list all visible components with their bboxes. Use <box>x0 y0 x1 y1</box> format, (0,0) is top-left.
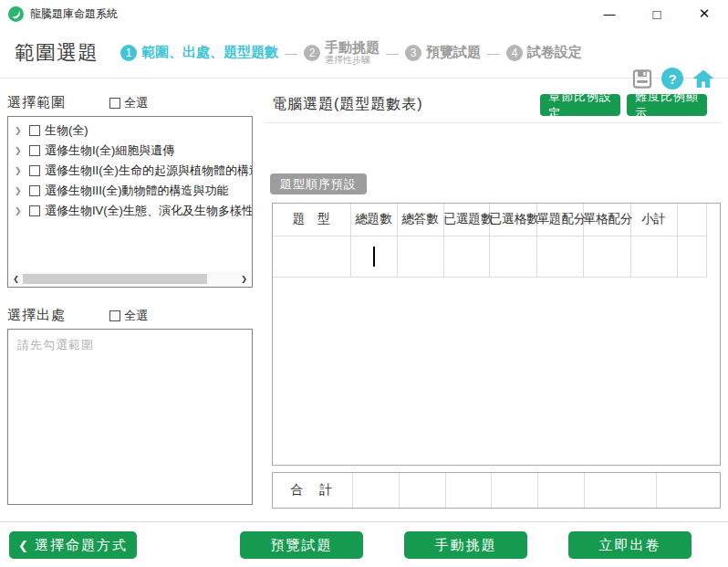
difficulty-ratio-button[interactable]: 難度比例顯示 <box>627 94 707 116</box>
step-4-label: 試卷設定 <box>527 44 582 61</box>
tree-item-label: 選修生物III(全)動物體的構造與功能 <box>45 183 229 199</box>
col-selected-questions: 已選題數 <box>443 204 489 236</box>
step-1-label: 範圍、出處、題型題數 <box>141 44 278 61</box>
total-value-cell <box>352 473 399 508</box>
save-icon[interactable] <box>631 68 653 89</box>
page-header: 範圍選題 1 範圍、出處、題型題數 — 2 手動挑題 選擇性步驟 — 3 預覽試… <box>0 27 728 79</box>
range-panel-header: 選擇範圍 全選 <box>7 94 253 111</box>
expand-chevron-icon[interactable]: ❯ <box>15 166 24 175</box>
preview-questions-button[interactable]: 預覽試題 <box>240 531 363 559</box>
range-panel-title: 選擇範圍 <box>7 94 66 111</box>
cell-points-per-question[interactable] <box>536 236 583 277</box>
step-2-manual-pick[interactable]: 2 手動挑題 選擇性步驟 <box>304 39 380 66</box>
tree-item-checkbox[interactable] <box>29 205 40 216</box>
col-points-per-blank: 單格配分 <box>583 204 630 236</box>
header-icons: ? <box>631 68 715 89</box>
tree-item-checkbox[interactable] <box>29 125 40 136</box>
cell-total-questions[interactable] <box>350 236 397 277</box>
title-bar: 龍騰題庫命題系統 — □ ✕ <box>0 0 728 27</box>
back-to-mode-button[interactable]: ❮ 選擇命題方式 <box>9 531 137 559</box>
step-1-badge: 1 <box>120 45 137 61</box>
horizontal-scrollbar[interactable]: ❮ ❯ <box>9 272 251 286</box>
source-select-all[interactable]: 全選 <box>109 308 148 324</box>
col-selected-blanks: 已選格數 <box>489 204 536 236</box>
tree-item-elective-4[interactable]: ❯ 選修生物IV(全)生態、演化及生物多樣性 <box>8 201 252 221</box>
help-icon[interactable]: ? <box>661 68 683 89</box>
source-select-all-label: 全選 <box>124 308 148 324</box>
generate-paper-button[interactable]: 立即出卷 <box>568 531 692 559</box>
step-3-preview[interactable]: 3 預覽試題 <box>405 44 481 61</box>
tree-item-elective-1[interactable]: ❯ 選修生物I(全)細胞與遺傳 <box>8 141 252 161</box>
source-select-all-checkbox[interactable] <box>109 310 120 321</box>
cell-total-answers[interactable] <box>397 236 443 277</box>
app-logo-icon <box>8 6 24 22</box>
total-row: 合 計 <box>273 473 720 508</box>
tree-item-checkbox[interactable] <box>29 165 40 176</box>
tree-item-label: 生物(全) <box>45 122 88 139</box>
cell-question-type[interactable] <box>273 236 350 277</box>
step-3-badge: 3 <box>405 45 421 61</box>
source-list: 請先勾選範圍 <box>7 329 253 505</box>
tree-item-elective-2[interactable]: ❯ 選修生物II(全)生命的起源與植物體的構造 <box>8 161 252 181</box>
total-value-cell <box>491 473 537 508</box>
question-type-order-preset-button[interactable]: 題型順序預設 <box>270 173 367 194</box>
chapter-ratio-button[interactable]: 章節比例設定 <box>540 94 620 116</box>
step-2-badge: 2 <box>304 45 320 61</box>
expand-chevron-icon[interactable]: ❯ <box>15 126 24 135</box>
expand-chevron-icon[interactable]: ❯ <box>15 206 24 215</box>
tree-item-elective-3[interactable]: ❯ 選修生物III(全)動物體的構造與功能 <box>8 181 252 201</box>
tree-item-label: 選修生物II(全)生命的起源與植物體的構造 <box>45 163 253 179</box>
source-panel-title: 選擇出處 <box>7 307 66 324</box>
col-total-questions: 總題數 <box>350 204 397 236</box>
page-title: 範圍選題 <box>15 39 99 67</box>
source-panel-header: 選擇出處 全選 <box>7 307 253 324</box>
scrollbar-thumb[interactable] <box>23 274 207 284</box>
tree-item-label: 選修生物I(全)細胞與遺傳 <box>45 142 174 159</box>
wizard-steps: 1 範圍、出處、題型題數 — 2 手動挑題 選擇性步驟 — 3 預覽試題 — 4… <box>120 39 582 66</box>
range-select-all-checkbox[interactable] <box>109 98 120 109</box>
scroll-right-arrow-icon[interactable]: ❯ <box>237 272 251 286</box>
step-2-label: 手動挑題 <box>325 39 380 55</box>
question-type-table: 題 型 總題數 總答數 已選題數 已選格數 單題配分 單格配分 小計 <box>272 203 721 466</box>
minimize-button[interactable]: — <box>586 0 633 27</box>
step-4-badge: 4 <box>506 45 523 61</box>
total-value-cell <box>399 473 445 508</box>
cell-selected-blanks[interactable] <box>489 236 536 277</box>
total-value-cell <box>584 473 656 508</box>
cell-points-per-blank[interactable] <box>583 236 630 277</box>
range-select-all[interactable]: 全選 <box>109 95 148 111</box>
cell-subtotal[interactable] <box>630 236 677 277</box>
step-1-range[interactable]: 1 範圍、出處、題型題數 <box>120 44 278 61</box>
total-value-cell <box>445 473 491 508</box>
col-question-type: 題 型 <box>273 204 350 236</box>
range-select-all-label: 全選 <box>124 95 148 111</box>
total-label-cell: 合 計 <box>273 473 352 508</box>
expand-chevron-icon[interactable]: ❯ <box>15 186 24 195</box>
table-header-row: 題 型 總題數 總答數 已選題數 已選格數 單題配分 單格配分 小計 <box>273 204 706 236</box>
step-divider: — <box>386 46 399 60</box>
tree-item-checkbox[interactable] <box>29 145 40 156</box>
home-icon[interactable] <box>692 68 715 89</box>
maximize-button[interactable]: □ <box>633 0 681 27</box>
step-divider: — <box>487 46 500 60</box>
col-points-per-question: 單題配分 <box>536 204 583 236</box>
scroll-left-arrow-icon[interactable]: ❮ <box>9 272 23 286</box>
total-value-cell <box>656 473 720 508</box>
tree-item-checkbox[interactable] <box>29 185 40 196</box>
close-button[interactable]: ✕ <box>681 0 728 27</box>
step-4-paper-settings[interactable]: 4 試卷設定 <box>506 44 582 61</box>
expand-chevron-icon[interactable]: ❯ <box>15 146 24 155</box>
col-total-answers: 總答數 <box>397 204 443 236</box>
cell-selected-questions[interactable] <box>443 236 489 277</box>
total-row-table: 合 計 <box>272 472 721 509</box>
tree-item-biology-all[interactable]: ❯ 生物(全) <box>8 121 252 141</box>
footer-divider <box>0 521 728 522</box>
manual-pick-button[interactable]: 手動挑題 <box>404 531 527 559</box>
range-tree: ❯ 生物(全) ❯ 選修生物I(全)細胞與遺傳 ❯ 選修生物II(全)生命的起源… <box>7 116 253 288</box>
cell-extra[interactable] <box>677 236 706 277</box>
col-subtotal: 小計 <box>630 204 677 236</box>
back-chevron-icon: ❮ <box>18 539 28 552</box>
table-data-row <box>273 236 706 277</box>
scrollbar-track[interactable] <box>23 272 237 286</box>
tree-item-label: 選修生物IV(全)生態、演化及生物多樣性 <box>45 203 253 219</box>
